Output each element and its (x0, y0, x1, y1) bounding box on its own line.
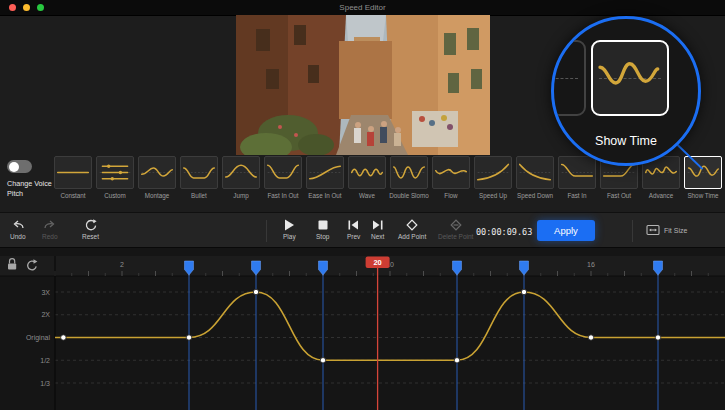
speed-timeline[interactable]: 246810121416183X2XOriginal1/21/320 (0, 248, 725, 410)
toolbar-divider (266, 220, 267, 242)
stop-button[interactable]: Stop (316, 218, 329, 240)
speed-level-label: 1/3 (40, 380, 50, 387)
speed-curve[interactable] (55, 292, 725, 360)
preset-label: Wave (359, 192, 375, 199)
curve-control-point[interactable] (320, 358, 325, 363)
bullet-curve-icon (180, 156, 218, 189)
minimize-button[interactable] (23, 4, 30, 11)
fit-size-label: Fit Size (664, 227, 687, 234)
preview-image (236, 15, 490, 155)
fit-size-icon (646, 224, 660, 237)
voice-pitch-label: Change Voice Pitch (7, 179, 53, 198)
preset-double-slomo[interactable]: Double Slomo (389, 156, 429, 199)
curve-control-point[interactable] (61, 335, 66, 340)
jump-curve-icon (222, 156, 260, 189)
delete-point-icon (450, 218, 462, 231)
speed-level-label: 2X (41, 311, 50, 318)
preset-custom[interactable]: Custom (95, 156, 135, 199)
preset-wave[interactable]: Wave (347, 156, 387, 199)
curve-control-point[interactable] (454, 358, 459, 363)
redo-icon (43, 218, 57, 231)
preset-bullet[interactable]: Bullet (179, 156, 219, 199)
timeline-ruler[interactable] (0, 256, 725, 276)
constant-curve-icon (54, 156, 92, 189)
custom-curve-icon (96, 156, 134, 189)
speed-level-label: 3X (41, 289, 50, 296)
preset-label: Show Time (687, 192, 718, 199)
ease-in-out-curve-icon (306, 156, 344, 189)
curve-control-point[interactable] (186, 335, 191, 340)
preset-label: Flow (444, 192, 457, 199)
delete-point-button[interactable]: Delete Point (438, 218, 473, 240)
window-title: Speed Editor (0, 0, 725, 15)
preset-fast-in[interactable]: Fast In (557, 156, 597, 199)
add-point-icon (406, 218, 418, 231)
prev-frame-button[interactable]: Prev (347, 218, 360, 240)
preset-ease-in-out[interactable]: Ease In Out (305, 156, 345, 199)
apply-button[interactable]: Apply (537, 220, 595, 241)
prev-icon (348, 218, 359, 231)
close-button[interactable] (9, 4, 16, 11)
fast-in-out-curve-icon (264, 156, 302, 189)
preset-speed-down[interactable]: Speed Down (515, 156, 555, 199)
ruler-number: 2 (120, 261, 124, 268)
preset-speed-up[interactable]: Speed Up (473, 156, 513, 199)
speed-up-curve-icon (474, 156, 512, 189)
timecode-display: 00:00:09.63 (476, 227, 532, 237)
speed-editor-window: Speed Editor (0, 0, 725, 410)
fit-size-button[interactable]: Fit Size (646, 224, 687, 237)
preset-label: Constant (60, 192, 85, 199)
speed-down-curve-icon (516, 156, 554, 189)
preset-jump[interactable]: Jump (221, 156, 261, 199)
reset-icon (84, 218, 97, 231)
speed-level-label: Original (26, 334, 51, 342)
toggle-knob (9, 162, 19, 172)
reset-button[interactable]: Reset (82, 218, 99, 240)
next-icon (372, 218, 383, 231)
curve-control-point[interactable] (655, 335, 660, 340)
preset-show-time[interactable]: Show Time (683, 156, 723, 199)
fast-in-curve-icon (558, 156, 596, 189)
preset-montage[interactable]: Montage (137, 156, 177, 199)
curve-control-point[interactable] (521, 289, 526, 294)
change-voice-pitch-toggle[interactable] (7, 160, 32, 173)
show-time-curve-icon (684, 156, 722, 189)
stop-icon (318, 218, 328, 231)
play-icon (284, 218, 295, 231)
preset-label: Fast In Out (267, 192, 298, 199)
preset-label: Ease In Out (308, 192, 341, 199)
preset-label: Advance (649, 192, 674, 199)
video-preview (236, 15, 490, 155)
toolbar-divider-right (632, 220, 633, 242)
preset-label: Speed Down (517, 192, 553, 199)
curve-control-point[interactable] (588, 335, 593, 340)
redo-button[interactable]: Redo (42, 218, 58, 240)
preset-label: Custom (104, 192, 126, 199)
title-bar: Speed Editor (0, 0, 725, 16)
speed-level-label: 1/2 (40, 357, 50, 364)
double-slomo-curve-icon (390, 156, 428, 189)
add-point-button[interactable]: Add Point (398, 218, 426, 240)
show-time-curve-icon (593, 45, 663, 107)
next-frame-button[interactable]: Next (371, 218, 384, 240)
preset-label: Montage (145, 192, 170, 199)
undo-button[interactable]: Undo (10, 218, 26, 240)
preset-label: Bullet (191, 192, 207, 199)
flow-curve-icon (432, 156, 470, 189)
preset-label: Fast Out (607, 192, 631, 199)
preset-label: Fast In (567, 192, 586, 199)
preset-constant[interactable]: Constant (53, 156, 93, 199)
playhead-badge-label: 20 (373, 258, 381, 267)
magnifier-label: Show Time (554, 134, 698, 148)
show-time-magnifier-callout: Show Time (551, 16, 701, 166)
undo-icon (11, 218, 25, 231)
toolbar: Undo Redo Reset Play Stop Prev (0, 212, 725, 248)
preset-flow[interactable]: Flow (431, 156, 471, 199)
preset-fast-in-out[interactable]: Fast In Out (263, 156, 303, 199)
voice-pitch-block: Change Voice Pitch (7, 160, 53, 198)
montage-curve-icon (138, 156, 176, 189)
play-button[interactable]: Play (283, 218, 296, 240)
curve-control-point[interactable] (253, 289, 258, 294)
preset-label: Speed Up (479, 192, 507, 199)
zoom-button[interactable] (37, 4, 44, 11)
